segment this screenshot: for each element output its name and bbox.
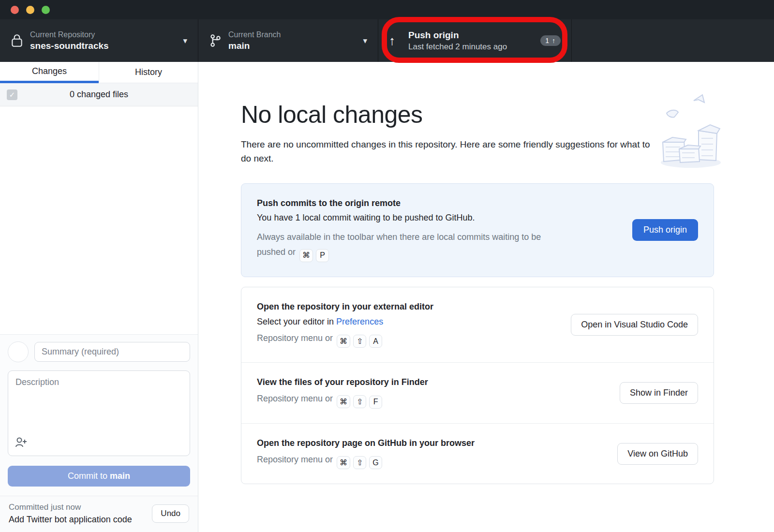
current-repository-dropdown[interactable]: Current Repository snes-soundtracks ▾ bbox=[0, 19, 198, 62]
push-card-title: Push commits to the origin remote bbox=[257, 198, 621, 208]
current-repository-value: snes-soundtracks bbox=[30, 41, 178, 51]
cmd-key: ⌘ bbox=[337, 335, 350, 348]
arrow-up-icon: ↑ bbox=[389, 34, 408, 47]
current-branch-label: Current Branch bbox=[228, 30, 358, 39]
undo-commit-banner: Committed just now Add Twitter bot appli… bbox=[0, 496, 198, 532]
main-panel: No local changes There are no uncommitte… bbox=[198, 62, 774, 532]
commit-summary-input[interactable] bbox=[34, 342, 190, 362]
changed-files-row: ✓ 0 changed files bbox=[0, 83, 198, 106]
suggestion-hint: Repository menu or ⌘⇧F bbox=[257, 394, 608, 409]
titlebar bbox=[0, 0, 774, 19]
preferences-link[interactable]: Preferences bbox=[336, 317, 383, 326]
push-origin-label: Push origin bbox=[408, 30, 534, 41]
last-fetched-label: Last fetched 2 minutes ago bbox=[408, 42, 534, 52]
commit-description-input[interactable] bbox=[15, 377, 182, 430]
shift-key: ⇧ bbox=[353, 395, 366, 408]
commit-to-main-button[interactable]: Commit to main bbox=[8, 466, 190, 487]
suggestion-hint: Repository menu or ⌘⇧G bbox=[257, 455, 606, 470]
commit-description-box bbox=[8, 370, 190, 456]
p-key: P bbox=[316, 249, 329, 262]
g-key: G bbox=[369, 456, 382, 469]
push-origin-toolbar-button[interactable]: ↑ Push origin Last fetched 2 minutes ago… bbox=[378, 19, 572, 62]
commit-form: Commit to main bbox=[0, 334, 198, 496]
add-coauthor-icon[interactable] bbox=[15, 436, 28, 450]
suggestion-title: Open the repository in your external edi… bbox=[257, 302, 559, 312]
push-card-note: Always available in the toolbar when the… bbox=[257, 230, 595, 262]
show-in-finder-row: View the files of your repository in Fin… bbox=[241, 362, 714, 423]
shift-key: ⇧ bbox=[353, 456, 366, 469]
close-window-button[interactable] bbox=[11, 6, 19, 14]
minimize-window-button[interactable] bbox=[26, 6, 34, 14]
suggestion-subtitle: Select your editor in Preferences bbox=[257, 317, 559, 327]
open-in-vscode-button[interactable]: Open in Visual Studio Code bbox=[571, 314, 698, 336]
committed-status-text: Committed just now bbox=[9, 502, 146, 512]
sidebar: Changes History ✓ 0 changed files bbox=[0, 62, 198, 532]
shift-key: ⇧ bbox=[353, 335, 366, 348]
view-on-github-row: Open the repository page on GitHub in yo… bbox=[241, 423, 714, 484]
cmd-key: ⌘ bbox=[337, 395, 350, 408]
changes-list-empty-area bbox=[0, 106, 198, 334]
chevron-down-icon: ▾ bbox=[183, 36, 187, 46]
f-key: F bbox=[369, 396, 382, 409]
lock-icon bbox=[11, 33, 30, 48]
current-branch-value: main bbox=[228, 41, 358, 51]
chevron-down-icon: ▾ bbox=[363, 36, 367, 46]
undo-button[interactable]: Undo bbox=[152, 504, 189, 523]
paper-stack-illustration bbox=[656, 92, 724, 169]
tab-changes[interactable]: Changes bbox=[0, 62, 99, 83]
suggestions-card: Open the repository in your external edi… bbox=[241, 287, 714, 485]
current-branch-dropdown[interactable]: Current Branch main ▾ bbox=[198, 19, 378, 62]
changed-files-count: 0 changed files bbox=[0, 89, 198, 100]
zoom-window-button[interactable] bbox=[42, 6, 50, 14]
sidebar-tabs: Changes History bbox=[0, 62, 198, 83]
cmd-key: ⌘ bbox=[299, 249, 313, 262]
push-commits-card: Push commits to the origin remote You ha… bbox=[241, 183, 714, 277]
github-desktop-window: Current Repository snes-soundtracks ▾ Cu… bbox=[0, 0, 774, 532]
ahead-commits-badge: 1 ↑ bbox=[540, 35, 561, 46]
suggestion-title: Open the repository page on GitHub in yo… bbox=[257, 438, 606, 448]
cmd-key: ⌘ bbox=[337, 456, 350, 469]
show-in-finder-button[interactable]: Show in Finder bbox=[620, 382, 698, 404]
commit-message-text: Add Twitter bot application code bbox=[9, 515, 146, 525]
a-key: A bbox=[369, 335, 382, 348]
current-repository-label: Current Repository bbox=[30, 30, 178, 39]
page-subtitle: There are no uncommitted changes in this… bbox=[241, 137, 652, 166]
open-in-editor-row: Open the repository in your external edi… bbox=[241, 287, 714, 363]
toolbar: Current Repository snes-soundtracks ▾ Cu… bbox=[0, 19, 774, 62]
avatar bbox=[8, 341, 29, 362]
push-origin-button[interactable]: Push origin bbox=[632, 219, 698, 241]
git-branch-icon bbox=[209, 33, 228, 48]
select-all-checkbox[interactable]: ✓ bbox=[7, 89, 17, 100]
push-card-body: You have 1 local commit waiting to be pu… bbox=[257, 213, 621, 223]
tab-history[interactable]: History bbox=[99, 62, 198, 83]
view-on-github-button[interactable]: View on GitHub bbox=[617, 443, 698, 465]
suggestion-hint: Repository menu or ⌘⇧A bbox=[257, 333, 559, 348]
suggestion-title: View the files of your repository in Fin… bbox=[257, 377, 608, 387]
